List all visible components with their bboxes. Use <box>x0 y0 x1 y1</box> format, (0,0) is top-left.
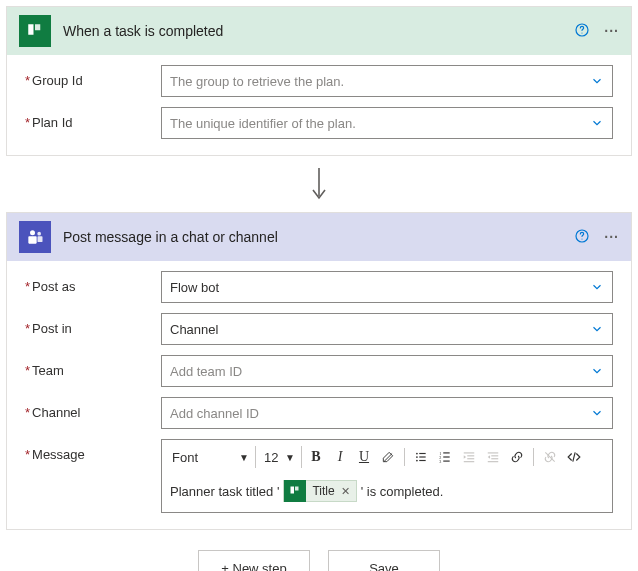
more-icon[interactable]: ··· <box>604 23 619 39</box>
team-dropdown[interactable]: Add team ID <box>161 355 613 387</box>
team-label: *Team <box>25 355 161 378</box>
unlink-button[interactable] <box>540 446 560 468</box>
group-id-dropdown[interactable]: The group to retrieve the plan. <box>161 65 613 97</box>
footer-actions: + New step Save <box>6 536 632 571</box>
svg-rect-26 <box>464 461 475 462</box>
channel-label: *Channel <box>25 397 161 420</box>
message-label: *Message <box>25 439 161 462</box>
bullet-list-button[interactable] <box>411 446 431 468</box>
svg-rect-30 <box>491 458 498 459</box>
help-icon[interactable] <box>574 22 590 41</box>
chevron-down-icon <box>590 74 604 88</box>
group-id-label: *Group Id <box>25 65 161 88</box>
svg-point-3 <box>582 32 583 33</box>
help-icon[interactable] <box>574 228 590 247</box>
svg-point-12 <box>416 456 418 458</box>
post-as-label: *Post as <box>25 271 161 294</box>
more-icon[interactable]: ··· <box>604 229 619 245</box>
svg-marker-27 <box>464 455 466 459</box>
dynamic-token-title[interactable]: Title ✕ <box>283 480 356 502</box>
chevron-down-icon <box>590 322 604 336</box>
post-in-label: *Post in <box>25 313 161 336</box>
teams-icon <box>19 221 51 253</box>
svg-rect-25 <box>467 458 474 459</box>
svg-marker-32 <box>488 455 490 459</box>
svg-rect-16 <box>419 460 425 461</box>
svg-rect-20 <box>443 452 449 453</box>
indent-button[interactable] <box>483 446 503 468</box>
team-placeholder: Add team ID <box>170 364 590 379</box>
token-remove-icon[interactable]: ✕ <box>341 485 356 498</box>
svg-rect-28 <box>488 452 499 453</box>
svg-rect-15 <box>419 456 425 457</box>
post-as-dropdown[interactable]: Flow bot <box>161 271 613 303</box>
font-color-button[interactable] <box>378 446 398 468</box>
svg-rect-29 <box>491 455 498 456</box>
rte-toolbar: Font▼ 12▼ B I U <box>170 446 604 474</box>
channel-dropdown[interactable]: Add channel ID <box>161 397 613 429</box>
svg-point-10 <box>582 238 583 239</box>
font-size-select[interactable]: 12▼ <box>260 446 302 468</box>
planner-icon <box>284 480 306 502</box>
svg-rect-7 <box>28 236 36 244</box>
flow-arrow <box>6 162 632 212</box>
post-as-value: Flow bot <box>170 280 590 295</box>
svg-point-6 <box>37 232 41 236</box>
number-list-button[interactable]: 123 <box>435 446 455 468</box>
post-in-value: Channel <box>170 322 590 337</box>
toolbar-divider <box>533 448 534 466</box>
svg-rect-24 <box>467 455 474 456</box>
svg-rect-8 <box>38 236 43 242</box>
token-label: Title <box>306 484 340 498</box>
caret-down-icon: ▼ <box>285 452 295 463</box>
trigger-header[interactable]: When a task is completed ··· <box>7 7 631 55</box>
new-step-button[interactable]: + New step <box>198 550 310 571</box>
svg-rect-0 <box>28 24 33 35</box>
message-text-before: Planner task titled ' <box>170 484 279 499</box>
svg-rect-14 <box>419 453 425 454</box>
svg-line-33 <box>545 452 554 461</box>
action-body: *Post as Flow bot *Post in Channel *Team <box>7 261 631 529</box>
outdent-button[interactable] <box>459 446 479 468</box>
chevron-down-icon <box>590 406 604 420</box>
chevron-down-icon <box>590 116 604 130</box>
caret-down-icon: ▼ <box>239 452 249 463</box>
svg-rect-21 <box>443 456 449 457</box>
svg-point-13 <box>416 460 418 462</box>
svg-rect-22 <box>443 461 449 462</box>
svg-point-5 <box>30 230 35 235</box>
action-card: Post message in a chat or channel ··· *P… <box>6 212 632 530</box>
italic-button[interactable]: I <box>330 446 350 468</box>
code-view-button[interactable] <box>564 446 584 468</box>
channel-placeholder: Add channel ID <box>170 406 590 421</box>
plan-id-placeholder: The unique identifier of the plan. <box>170 116 590 131</box>
action-title: Post message in a chat or channel <box>63 229 562 245</box>
message-text-after: ' is completed. <box>361 484 444 499</box>
svg-rect-1 <box>35 24 40 30</box>
svg-rect-23 <box>464 452 475 453</box>
group-id-placeholder: The group to retrieve the plan. <box>170 74 590 89</box>
post-in-dropdown[interactable]: Channel <box>161 313 613 345</box>
svg-text:3: 3 <box>439 459 441 464</box>
svg-rect-31 <box>488 461 499 462</box>
message-body[interactable]: Planner task titled ' Title ✕ ' is compl… <box>170 474 604 502</box>
action-header[interactable]: Post message in a chat or channel ··· <box>7 213 631 261</box>
chevron-down-icon <box>590 280 604 294</box>
save-button[interactable]: Save <box>328 550 440 571</box>
svg-rect-36 <box>295 487 299 491</box>
planner-icon <box>19 15 51 47</box>
font-select[interactable]: Font▼ <box>170 446 256 468</box>
svg-line-34 <box>573 452 575 461</box>
link-button[interactable] <box>507 446 527 468</box>
toolbar-divider <box>404 448 405 466</box>
message-editor[interactable]: Font▼ 12▼ B I U <box>161 439 613 513</box>
bold-button[interactable]: B <box>306 446 326 468</box>
trigger-body: *Group Id The group to retrieve the plan… <box>7 55 631 155</box>
plan-id-dropdown[interactable]: The unique identifier of the plan. <box>161 107 613 139</box>
plan-id-label: *Plan Id <box>25 107 161 130</box>
trigger-title: When a task is completed <box>63 23 562 39</box>
trigger-card: When a task is completed ··· *Group Id T… <box>6 6 632 156</box>
underline-button[interactable]: U <box>354 446 374 468</box>
svg-rect-35 <box>291 487 295 494</box>
chevron-down-icon <box>590 364 604 378</box>
